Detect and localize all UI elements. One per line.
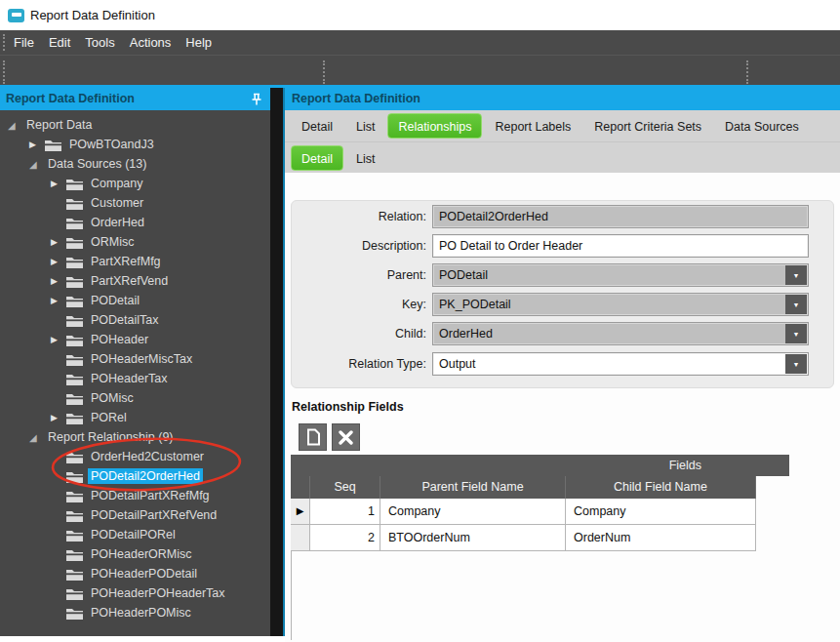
panel-splitter[interactable]	[270, 88, 285, 636]
tree-item-porel[interactable]: ▶PORel	[0, 408, 270, 427]
subtab-detail[interactable]: Detail	[291, 145, 343, 171]
grid-band-header: Fields	[291, 455, 789, 476]
grid-column-header-child-field-name[interactable]: Child Field Name	[566, 476, 756, 499]
tree-item-orderhed2customer[interactable]: OrderHed2Customer	[0, 447, 270, 466]
form-row-relation: Relation:PODetail2OrderHed	[285, 205, 840, 229]
tree-item-label: POwBTOandJ3	[66, 137, 157, 152]
subtab-list[interactable]: List	[345, 145, 385, 171]
tree-item-orderhed[interactable]: OrderHed	[0, 213, 270, 232]
tree-item-powbtoandj3[interactable]: ▶POwBTOandJ3	[0, 135, 270, 154]
tree-item-pomisc[interactable]: POMisc	[0, 388, 270, 408]
tree-item-podetailpartxrefmfg[interactable]: PODetailPartXRefMfg	[0, 486, 270, 505]
relationship-fields-title: Relationship Fields	[292, 400, 404, 414]
tree-item-label: Data Sources (13)	[45, 156, 149, 172]
tree-item-poheaderpodetail[interactable]: POHeaderPODetail	[0, 564, 270, 583]
tree-item-poheaderormisc[interactable]: POHeaderORMisc	[0, 544, 270, 564]
form-row-key: Key:PK_PODetail▼	[285, 293, 840, 317]
expander-collapsed-icon[interactable]: ▶	[51, 237, 66, 247]
expander-expanded-icon[interactable]: ◢	[8, 120, 23, 131]
grid-column-header-parent-field-name[interactable]: Parent Field Name	[380, 476, 566, 499]
tree-item-label: POMisc	[88, 390, 137, 406]
menu-help[interactable]: Help	[185, 35, 212, 50]
grid-cell[interactable]: 2	[310, 525, 380, 551]
folder-icon	[66, 373, 83, 385]
tree-item-report-relationship-9[interactable]: ◢Report Relationship (9)	[0, 427, 270, 447]
tree-item-company[interactable]: ▶Company	[0, 174, 270, 193]
grid-cell[interactable]: BTOOrderNum	[380, 525, 566, 551]
tree-item-data-sources-13[interactable]: ◢Data Sources (13)	[0, 154, 270, 174]
tree-item-report-data[interactable]: ◢Report Data	[0, 115, 270, 135]
tab-relationships[interactable]: Relationships	[387, 113, 482, 139]
grid-row-selector[interactable]	[291, 525, 310, 551]
expander-collapsed-icon[interactable]: ▶	[51, 276, 66, 286]
field-value: PODetail	[439, 264, 488, 286]
menu-file[interactable]: File	[14, 35, 34, 50]
tree-item-customer[interactable]: Customer	[0, 193, 270, 213]
tree-item-podetailpartxrefvend[interactable]: PODetailPartXRefVend	[0, 505, 270, 525]
current-row-marker-icon: ▶	[297, 505, 304, 516]
parent-combobox[interactable]: PODetail▼	[432, 263, 809, 287]
tree-item-poheadertax[interactable]: POHeaderTax	[0, 369, 270, 388]
add-field-row-button[interactable]	[299, 423, 327, 451]
grid-cell[interactable]: Company	[380, 499, 566, 525]
folder-icon	[66, 217, 83, 229]
tab-report-labels[interactable]: Report Labels	[484, 113, 581, 139]
tree-item-poheaderpomisc[interactable]: POHeaderPOMisc	[0, 603, 270, 622]
expander-collapsed-icon[interactable]: ▶	[51, 179, 66, 188]
tab-label: Detail	[301, 120, 333, 134]
tree-item-label: PartXRefMfg	[88, 254, 164, 269]
grid-cell[interactable]: Company	[566, 499, 756, 525]
dropdown-arrow-icon[interactable]: ▼	[785, 295, 807, 314]
toolbar-grip[interactable]	[3, 60, 7, 84]
grid-cell[interactable]: OrderNum	[566, 525, 756, 551]
pin-icon[interactable]	[251, 93, 262, 110]
toolbar-grip-3[interactable]	[746, 60, 750, 84]
tree-item-partxrefvend[interactable]: ▶PartXRefVend	[0, 271, 270, 291]
menu-tools[interactable]: Tools	[85, 35, 114, 50]
folder-icon	[66, 470, 83, 483]
tree-item-label: POHeaderTax	[88, 371, 171, 386]
dropdown-arrow-icon[interactable]: ▼	[785, 265, 807, 285]
expander-expanded-icon[interactable]: ◢	[29, 432, 45, 443]
tree-item-ormisc[interactable]: ▶ORMisc	[0, 232, 270, 252]
expander-collapsed-icon[interactable]: ▶	[51, 413, 66, 422]
tree-item-poheaderpoheadertax[interactable]: POHeaderPOHeaderTax	[0, 583, 270, 603]
tree-item-poheadermisctax[interactable]: POHeaderMiscTax	[0, 349, 270, 369]
report-data-definition-window: Report Data Definition FileEditToolsActi…	[0, 0, 840, 642]
field-value: Output	[439, 353, 476, 375]
expander-collapsed-icon[interactable]: ▶	[29, 140, 45, 149]
delete-field-row-button[interactable]	[332, 423, 360, 451]
tree-item-podetailporel[interactable]: PODetailPORel	[0, 525, 270, 544]
tab-report-criteria-sets[interactable]: Report Criteria Sets	[583, 113, 712, 139]
key-combobox[interactable]: PK_PODetail▼	[432, 293, 809, 316]
child-combobox[interactable]: OrderHed▼	[432, 322, 809, 345]
expander-collapsed-icon[interactable]: ▶	[51, 257, 66, 266]
description-input[interactable]: PO Detail to Order Header	[432, 234, 809, 258]
menu-actions[interactable]: Actions	[130, 35, 172, 50]
tab-data-sources[interactable]: Data Sources	[714, 113, 810, 139]
relation-readonly-field: PODetail2OrderHed	[432, 205, 809, 228]
tree-item-podetail[interactable]: ▶PODetail	[0, 291, 270, 310]
tab-list[interactable]: List	[345, 113, 385, 139]
dropdown-arrow-icon[interactable]: ▼	[785, 354, 807, 374]
grid-column-header-seq[interactable]: Seq	[310, 476, 380, 499]
tree-item-label: PORel	[88, 410, 130, 425]
expander-expanded-icon[interactable]: ◢	[29, 159, 45, 170]
tree-item-partxrefmfg[interactable]: ▶PartXRefMfg	[0, 252, 270, 271]
tree-item-label: POHeaderPOMisc	[88, 605, 194, 621]
relation-type-combobox[interactable]: Output▼	[432, 352, 809, 376]
toolbar-grip-2[interactable]	[323, 60, 327, 84]
tree-item-poheader[interactable]: ▶POHeader	[0, 330, 270, 349]
menubar-grip[interactable]	[3, 34, 7, 51]
tab-detail[interactable]: Detail	[291, 113, 343, 139]
grid-row-selector[interactable]: ▶	[291, 499, 310, 525]
dropdown-arrow-icon[interactable]: ▼	[785, 324, 807, 343]
expander-collapsed-icon[interactable]: ▶	[51, 335, 66, 344]
menu-edit[interactable]: Edit	[49, 35, 70, 50]
grid-cell[interactable]: 1	[310, 499, 380, 525]
tree-item-podetailtax[interactable]: PODetailTax	[0, 310, 270, 330]
field-label-relation-type: Relation Type:	[291, 352, 426, 377]
expander-collapsed-icon[interactable]: ▶	[51, 296, 66, 305]
detail-panel-title: Report Data Definition	[292, 88, 420, 110]
tree-item-podetail2orderhed[interactable]: PODetail2OrderHed	[0, 466, 270, 486]
